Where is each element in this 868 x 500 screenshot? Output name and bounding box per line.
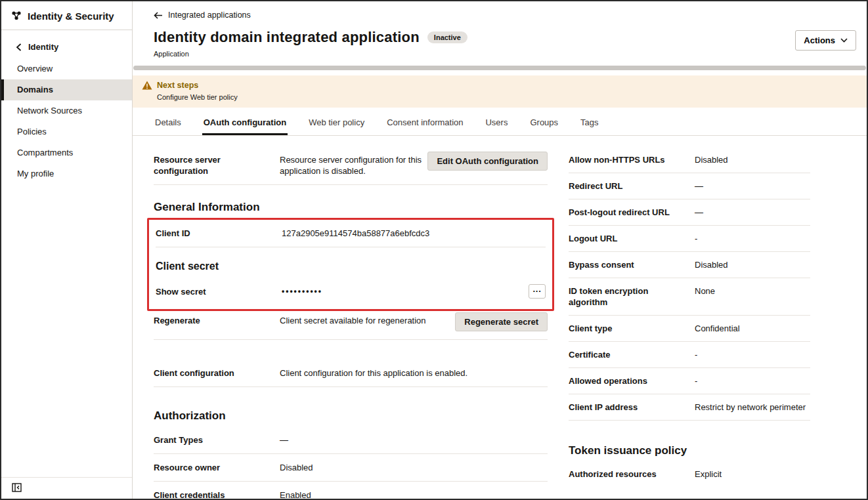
chevron-down-icon [840,38,848,43]
client-id-value: 127a2905e9114574ba58877a6ebfcdc3 [282,228,546,239]
page-subtitle: Application [154,50,851,58]
sidebar: Identity & Security Identity Overview Do… [1,1,133,499]
allowed-operations-label: Allowed operations [569,375,695,386]
allow-non-https-label: Allow non-HTTPS URLs [569,154,695,165]
tab-oauth-configuration[interactable]: OAuth configuration [202,110,288,135]
sidebar-item-policies[interactable]: Policies [1,121,132,142]
client-configuration-row: Client configuration Client configuratio… [154,360,548,387]
masked-secret-value: •••••••••• [282,286,529,297]
client-ip-address-label: Client IP address [569,402,695,413]
regenerate-label: Regenerate [154,315,280,326]
client-type-row: Client type Confidential [569,316,810,342]
regenerate-secret-button[interactable]: Regenerate secret [455,312,548,331]
post-logout-redirect-url-row: Post-logout redirect URL — [569,199,810,226]
regenerate-description: Client secret available for regeneration [280,315,455,326]
left-column: Resource server configuration Resource s… [154,142,548,499]
banner-message: Configure Web tier policy [157,93,856,101]
banner-title: Next steps [157,81,198,90]
allow-non-https-value: Disabled [695,154,810,165]
client-configuration-label: Client configuration [154,367,280,379]
client-credentials-highlight-box: Client ID 127a2905e9114574ba58877a6ebfcd… [147,218,554,311]
client-secret-heading: Client secret [156,260,546,272]
breadcrumb-label: Integrated applications [168,10,251,20]
client-credentials-label: Client credentials [154,490,280,499]
sidebar-item-compartments[interactable]: Compartments [1,142,132,163]
tab-groups[interactable]: Groups [529,110,559,135]
bypass-consent-value: Disabled [695,259,810,270]
tab-bar: Details OAuth configuration Web tier pol… [133,110,867,136]
app-window: Identity & Security Identity Overview Do… [0,0,868,500]
certificate-label: Certificate [569,349,695,360]
warning-icon [142,81,152,90]
identity-security-icon [11,10,22,22]
allow-non-https-row: Allow non-HTTPS URLs Disabled [569,142,810,173]
authorized-resources-row: Authorized resources Explicit [569,461,810,487]
regenerate-row: Regenerate Client secret available for r… [154,311,548,340]
redirect-url-row: Redirect URL — [569,173,810,199]
post-logout-redirect-url-label: Post-logout redirect URL [569,207,695,218]
tab-users[interactable]: Users [484,110,509,135]
bypass-consent-label: Bypass consent [569,259,695,270]
sidebar-back-label: Identity [28,42,58,52]
bypass-consent-row: Bypass consent Disabled [569,252,810,278]
logout-url-label: Logout URL [569,233,695,244]
resource-server-row: Resource server configuration Resource s… [154,142,548,185]
resource-server-description: Resource server configuration for this a… [280,154,427,177]
next-steps-banner: Next steps Configure Web tier policy [133,75,867,108]
redirect-url-value: — [695,180,810,192]
id-token-encryption-label: ID token encryption algorithm [569,285,695,308]
sidebar-back-identity[interactable]: Identity [1,30,132,58]
redirect-url-label: Redirect URL [569,180,695,192]
resource-owner-label: Resource owner [154,462,280,473]
client-ip-address-row: Client IP address Restrict by network pe… [569,394,810,421]
sidebar-item-domains[interactable]: Domains [1,79,132,100]
client-configuration-description: Client configuration for this applicatio… [280,367,548,379]
collapse-sidebar-icon[interactable] [12,483,123,492]
logout-url-row: Logout URL - [569,226,810,252]
client-credentials-value: Enabled [280,490,548,499]
page-header: Integrated applications Identity domain … [133,1,867,64]
sidebar-title-label: Identity & Security [28,10,114,22]
client-id-label: Client ID [156,228,282,239]
resource-owner-value: Disabled [280,462,548,473]
authorized-resources-label: Authorized resources [569,469,695,480]
show-secret-more-button[interactable]: ··· [529,284,546,299]
tab-tags[interactable]: Tags [579,110,599,135]
client-id-row: Client ID 127a2905e9114574ba58877a6ebfcd… [156,220,546,247]
id-token-encryption-value: None [695,285,810,297]
sidebar-footer [1,477,132,499]
actions-button-label: Actions [804,35,835,45]
client-ip-address-value: Restrict by network perimeter [695,402,810,413]
grant-types-row: Grant Types — [154,427,548,454]
edit-oauth-configuration-button[interactable]: Edit OAuth configuration [427,152,548,171]
tab-web-tier-policy[interactable]: Web tier policy [307,110,366,135]
general-information-heading: General Information [154,201,548,214]
back-arrow-icon [154,12,163,19]
show-secret-label: Show secret [156,286,282,297]
allowed-operations-value: - [695,375,810,386]
tab-consent-information[interactable]: Consent information [385,110,464,135]
right-column: Allow non-HTTPS URLs Disabled Redirect U… [569,142,810,499]
tab-details[interactable]: Details [154,110,183,135]
sidebar-item-my-profile[interactable]: My profile [1,163,132,184]
authorized-resources-value: Explicit [695,469,810,480]
sidebar-item-network-sources[interactable]: Network Sources [1,100,132,121]
chevron-left-icon [16,43,22,51]
client-credentials-row: Client credentials Enabled [154,482,548,499]
resource-owner-row: Resource owner Disabled [154,454,548,482]
sidebar-nav: Overview Domains Network Sources Policie… [1,58,132,184]
grant-types-label: Grant Types [154,434,280,446]
authorization-heading: Authorization [154,409,548,423]
oauth-configuration-content: Resource server configuration Resource s… [133,136,867,499]
token-issuance-policy-heading: Token issuance policy [569,444,810,457]
post-logout-redirect-url-value: — [695,207,810,218]
id-token-encryption-row: ID token encryption algorithm None [569,278,810,316]
client-type-label: Client type [569,323,695,334]
sidebar-item-overview[interactable]: Overview [1,58,132,79]
main-panel: Integrated applications Identity domain … [133,1,867,499]
actions-button[interactable]: Actions [795,30,856,51]
client-type-value: Confidential [695,323,810,334]
status-badge: Inactive [427,31,467,43]
horizontal-scrollbar[interactable] [133,66,866,70]
breadcrumb[interactable]: Integrated applications [154,10,851,20]
